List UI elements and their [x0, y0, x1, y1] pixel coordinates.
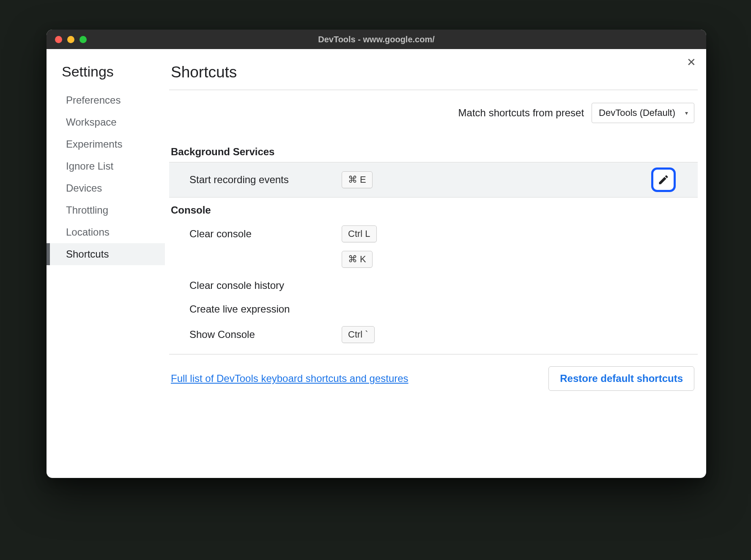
shortcut-name: Clear console [189, 228, 342, 240]
divider [169, 90, 698, 90]
close-panel-button[interactable]: ✕ [687, 57, 696, 68]
shortcut-name: Show Console [189, 329, 342, 340]
shortcut-row-clear-history[interactable]: Clear console history [169, 274, 698, 297]
settings-sidebar: Settings Preferences Workspace Experimen… [47, 49, 165, 478]
section-title-background-services: Background Services [169, 146, 698, 158]
shortcut-name: Clear console history [189, 280, 342, 291]
footer: Full list of DevTools keyboard shortcuts… [169, 366, 698, 391]
restore-defaults-button[interactable]: Restore default shortcuts [548, 366, 694, 391]
content: ✕ Settings Preferences Workspace Experim… [47, 49, 706, 478]
section-title-console: Console [169, 204, 698, 216]
maximize-icon[interactable] [79, 36, 87, 43]
shortcut-key: Ctrl ` [342, 326, 375, 343]
preset-select[interactable]: DevTools (Default) [592, 103, 694, 123]
divider [169, 354, 698, 354]
titlebar: DevTools - www.google.com/ [47, 30, 706, 49]
sidebar-item-devices[interactable]: Devices [47, 177, 165, 199]
preset-label: Match shortcuts from preset [458, 107, 584, 119]
shortcut-row-start-recording[interactable]: Start recording events ⌘ E [169, 162, 698, 198]
preset-value: DevTools (Default) [599, 107, 675, 118]
sidebar-item-locations[interactable]: Locations [47, 221, 165, 243]
sidebar-item-preferences[interactable]: Preferences [47, 89, 165, 111]
shortcut-row-clear-console[interactable]: Clear console Ctrl L [169, 220, 698, 247]
sidebar-item-workspace[interactable]: Workspace [47, 111, 165, 133]
shortcut-name: Create live expression [189, 303, 342, 315]
main-panel: Shortcuts Match shortcuts from preset De… [165, 49, 706, 478]
shortcut-row-show-console[interactable]: Show Console Ctrl ` [169, 321, 698, 348]
sidebar-item-experiments[interactable]: Experiments [47, 133, 165, 155]
settings-heading: Settings [47, 63, 165, 80]
traffic-lights [55, 36, 87, 43]
shortcut-key: ⌘ K [342, 251, 373, 268]
shortcut-row-clear-console-alt: ⌘ K [169, 251, 698, 268]
close-icon[interactable] [55, 36, 62, 43]
shortcut-key: Ctrl L [342, 225, 377, 242]
pencil-icon [658, 174, 669, 186]
sidebar-item-throttling[interactable]: Throttling [47, 199, 165, 221]
edit-shortcut-button[interactable] [651, 167, 676, 192]
shortcut-name: Start recording events [189, 174, 342, 186]
full-list-link[interactable]: Full list of DevTools keyboard shortcuts… [171, 373, 408, 384]
page-title: Shortcuts [169, 63, 698, 81]
window-title: DevTools - www.google.com/ [47, 35, 706, 44]
sidebar-item-shortcuts[interactable]: Shortcuts [47, 243, 165, 265]
devtools-window: DevTools - www.google.com/ ✕ Settings Pr… [47, 30, 706, 478]
shortcut-row-create-live-expression[interactable]: Create live expression [169, 297, 698, 321]
minimize-icon[interactable] [67, 36, 74, 43]
sidebar-item-ignore-list[interactable]: Ignore List [47, 155, 165, 177]
preset-row: Match shortcuts from preset DevTools (De… [169, 103, 698, 123]
shortcut-key: ⌘ E [342, 171, 373, 188]
